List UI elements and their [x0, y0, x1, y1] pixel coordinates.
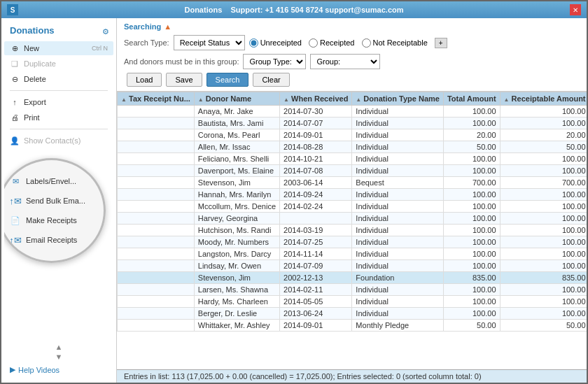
table-row[interactable]: Lindsay, Mr. Owen 2014-07-09 Individual …	[118, 260, 587, 272]
window-title-text: Donations	[184, 6, 222, 14]
table-row[interactable]: Langston, Mrs. Darcy 2014-11-14 Individu…	[118, 248, 587, 260]
cell-type: Individual	[352, 201, 444, 213]
email-receipts-item[interactable]: ↑✉ Email Receipts	[9, 232, 94, 248]
sidebar-item-duplicate[interactable]: ❑ Duplicate	[4, 57, 113, 71]
col-receiptable-sort-icon: ▲	[504, 97, 510, 103]
labels-envelopes-item[interactable]: ✉ Labels/Envel...	[9, 173, 94, 190]
cell-type: Individual	[352, 165, 444, 177]
sidebar-footer: ▲ ▼ ▶ Help Videos	[4, 343, 113, 377]
col-donation-type[interactable]: ▲ Donation Type Name	[352, 92, 444, 106]
table-row[interactable]: Hannah, Mrs. Marilyn 2014-09-24 Individu…	[118, 189, 587, 201]
table-row[interactable]: Moody, Mr. Numbers 2014-07-25 Individual…	[118, 236, 587, 248]
search-title-text: Searching	[124, 22, 161, 31]
unreceipted-input[interactable]	[249, 38, 258, 48]
new-icon: ⊕	[10, 43, 20, 53]
cell-total: 100.00	[443, 189, 500, 201]
not-receiptable-radio[interactable]: Not Receiptable	[362, 38, 428, 48]
cell-receiptable: 100.00	[500, 225, 587, 236]
email-receipts-icon: ↑✉	[9, 234, 22, 246]
scroll-down-btn[interactable]: ▼	[4, 353, 113, 361]
cell-receiptable: 100.00	[500, 189, 587, 201]
table-row[interactable]: Stevenson, Jim 2003-06-14 Bequest 700.00…	[118, 177, 587, 189]
cell-type: Individual	[352, 106, 444, 118]
cell-total: 100.00	[443, 106, 500, 118]
table-row[interactable]: Mccollum, Mrs. Denice 2014-02-24 Individ…	[118, 201, 587, 213]
col-total-amount[interactable]: Total Amount	[443, 92, 500, 106]
cell-receiptable: 50.00	[500, 320, 587, 332]
unreceipted-radio[interactable]: Unreceipted	[249, 38, 302, 48]
cell-type: Bequest	[352, 177, 444, 189]
table-row[interactable]: Whittaker, Mr. Ashley 2014-09-01 Monthly…	[118, 320, 587, 332]
table-row[interactable]: Davenport, Ms. Elaine 2014-07-08 Individ…	[118, 165, 587, 177]
not-receiptable-input[interactable]	[362, 38, 371, 48]
table-row[interactable]: Larsen, Ms. Shawna 2014-02-11 Individual…	[118, 284, 587, 296]
app-icon: S	[7, 4, 18, 15]
group-type-select[interactable]: Group Type:	[243, 54, 306, 69]
scroll-up-btn[interactable]: ▲	[4, 343, 113, 351]
cell-donor: Hardy, Ms. Charleen	[194, 296, 279, 308]
table-row[interactable]: Feliciano, Mrs. Shelli 2014-10-21 Indivi…	[118, 153, 587, 165]
sidebar-item-new-shortcut: Ctrl N	[92, 45, 108, 52]
search-button[interactable]: Search	[206, 73, 249, 87]
close-button[interactable]: ✕	[570, 4, 581, 15]
group-select[interactable]: Group:	[310, 54, 380, 69]
sidebar-item-show-contacts[interactable]: 👤 Show Contact(s)	[4, 134, 113, 148]
sidebar-item-print[interactable]: 🖨 Print	[4, 111, 113, 125]
col-tax-receipt[interactable]: ▲ Tax Receipt Nu...	[118, 92, 195, 106]
receipted-radio[interactable]: Receipted	[309, 38, 355, 48]
table-row[interactable]: Berger, Dr. Leslie 2013-06-24 Individual…	[118, 308, 587, 320]
table-row[interactable]: Bautista, Mrs. Jami 2014-07-07 Individua…	[118, 118, 587, 129]
table-row[interactable]: Anaya, Mr. Jake 2014-07-30 Individual 10…	[118, 106, 587, 118]
clear-button[interactable]: Clear	[253, 73, 289, 87]
col-when-received[interactable]: ▲ When Received	[280, 92, 352, 106]
sidebar-item-export[interactable]: ↑ Export	[4, 95, 113, 109]
table-row[interactable]: Allen, Mr. Issac 2014-08-28 Individual 5…	[118, 141, 587, 153]
cell-type: Individual	[352, 308, 444, 320]
cell-type: Individual	[352, 284, 444, 296]
receipt-status-radios: Unreceipted Receipted Not Receiptable +	[249, 38, 447, 48]
magnifier-overlay: ✉ Labels/Envel... ↑✉ Send Bulk Ema... 📄 …	[4, 158, 106, 263]
cell-receiptable: 100.00	[500, 284, 587, 296]
search-triangle-icon: ▲	[164, 22, 172, 31]
table-row[interactable]: Hardy, Ms. Charleen 2014-05-05 Individua…	[118, 296, 587, 308]
support-text: Support: +1 416 504 8724 support@sumac.c…	[231, 6, 404, 14]
sidebar-item-new[interactable]: ⊕ New Ctrl N	[4, 41, 113, 55]
col-type-sort-icon: ▲	[356, 97, 361, 103]
cell-receiptable: 100.00	[500, 153, 587, 165]
receipted-input[interactable]	[309, 38, 318, 48]
sidebar-item-show-contacts-label: Show Contact(s)	[24, 136, 108, 145]
search-type-select[interactable]: Receipt Status	[174, 35, 245, 50]
donations-table: ▲ Tax Receipt Nu... ▲ Donor Name ▲ When …	[117, 92, 587, 332]
table-row[interactable]: Harvey, Georgina Individual 100.00 100.0…	[118, 213, 587, 225]
cell-donor: Hutchison, Ms. Randi	[194, 225, 279, 236]
cell-total: 100.00	[443, 308, 500, 320]
cell-total: 100.00	[443, 260, 500, 272]
col-donor-name[interactable]: ▲ Donor Name	[194, 92, 279, 106]
load-button[interactable]: Load	[127, 73, 162, 87]
col-receiptable-amount[interactable]: ▲ Receiptable Amount	[500, 92, 587, 106]
help-videos-icon: ▶	[10, 365, 15, 374]
send-bulk-label: Send Bulk Ema...	[26, 197, 85, 205]
sidebar-item-print-label: Print	[24, 113, 108, 122]
col-when-sort-icon: ▲	[284, 97, 289, 103]
cell-when: 2014-08-28	[280, 141, 352, 153]
sidebar-item-delete[interactable]: ⊖ Delete	[4, 72, 113, 86]
save-button[interactable]: Save	[166, 73, 202, 87]
sidebar-settings-icon[interactable]: ⚙	[102, 27, 113, 36]
sidebar: Donations ⚙ ⊕ New Ctrl N ❑ Duplicate ⊖ D…	[1, 18, 117, 383]
help-videos-item[interactable]: ▶ Help Videos	[4, 362, 113, 377]
cell-donor: Hannah, Mrs. Marilyn	[194, 189, 279, 201]
receipt-plus-button[interactable]: +	[435, 38, 447, 48]
cell-receiptable: 100.00	[500, 213, 587, 225]
right-panel: Searching ▲ Search Type: Receipt Status …	[117, 18, 587, 383]
table-row[interactable]: Corona, Ms. Pearl 2014-09-01 Individual …	[118, 129, 587, 141]
cell-tax	[118, 248, 195, 260]
table-row[interactable]: Hutchison, Ms. Randi 2014-03-19 Individu…	[118, 225, 587, 236]
donations-table-container[interactable]: ▲ Tax Receipt Nu... ▲ Donor Name ▲ When …	[117, 92, 587, 369]
cell-type: Individual	[352, 296, 444, 308]
sidebar-title: Donations	[4, 24, 60, 40]
cell-donor: Davenport, Ms. Elaine	[194, 165, 279, 177]
send-bulk-email-item[interactable]: ↑✉ Send Bulk Ema...	[9, 192, 94, 209]
make-receipts-item[interactable]: 📄 Make Receipts	[9, 212, 94, 229]
table-row[interactable]: Stevenson, Jim 2002-12-13 Foundation 835…	[118, 272, 587, 284]
